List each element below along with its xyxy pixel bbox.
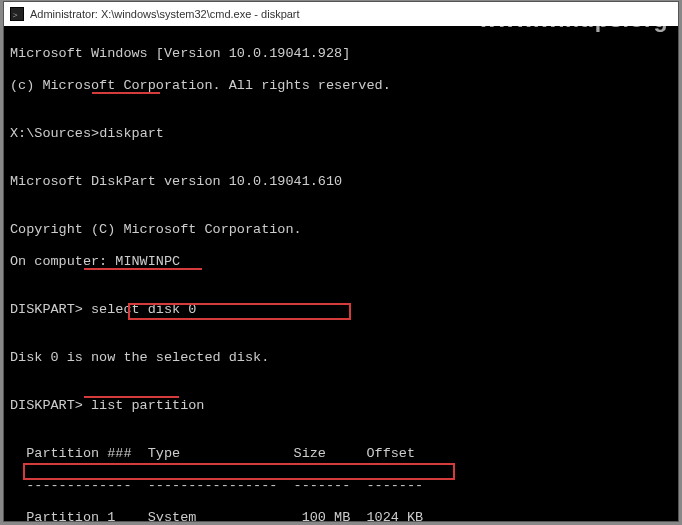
table-row: Partition 1 System 100 MB 1024 KB [10,510,672,521]
output-line: (c) Microsoft Corporation. All rights re… [10,78,672,94]
output-line: DISKPART> list partition [10,398,672,414]
partition-table-divider: ------------- ---------------- ------- -… [10,478,672,494]
typed-command-diskpart: diskpart [99,126,164,141]
output-line: X:\Sources>diskpart [10,126,672,142]
cmd-window: > Administrator: X:\windows\system32\cmd… [3,1,679,522]
output-line: Microsoft Windows [Version 10.0.19041.92… [10,46,672,62]
prompt: DISKPART> [10,398,91,413]
output-line: Disk 0 is now the selected disk. [10,350,672,366]
output-line: Copyright (C) Microsoft Corporation. [10,222,672,238]
typed-command-list-partition: list partition [91,398,204,413]
prompt: X:\Sources> [10,126,99,141]
titlebar[interactable]: > Administrator: X:\windows\system32\cmd… [4,2,678,26]
output-line: Microsoft DiskPart version 10.0.19041.61… [10,174,672,190]
cmd-icon: > [10,7,24,21]
titlebar-title: Administrator: X:\windows\system32\cmd.e… [30,8,300,20]
output-line: DISKPART> select disk 0 [10,302,672,318]
output-line: On computer: MINWINPC [10,254,672,270]
terminal-output[interactable]: Microsoft Windows [Version 10.0.19041.92… [4,26,678,521]
svg-text:>: > [13,10,18,20]
partition-table-header: Partition ### Type Size Offset [10,446,672,462]
